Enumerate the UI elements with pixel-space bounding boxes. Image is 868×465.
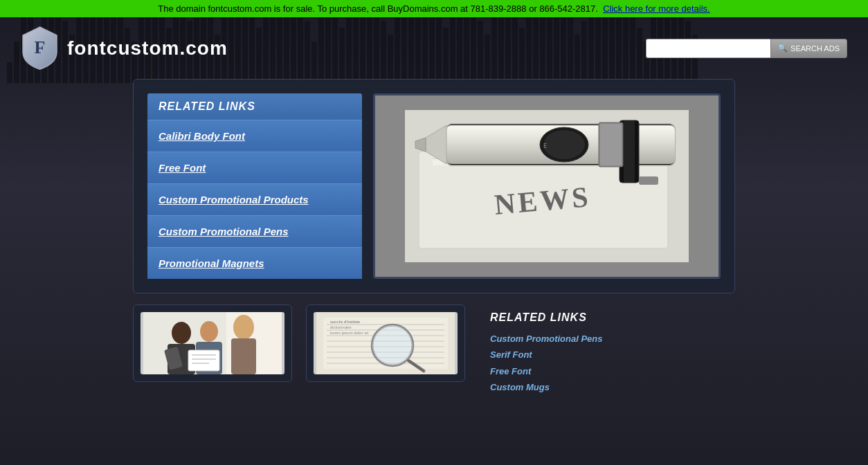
link-custom-promotional-products[interactable]: Custom Promotional Products [147,183,362,215]
top-banner: The domain fontcustom.com is for sale. T… [0,0,868,17]
svg-point-36 [233,315,254,340]
thumb-news-image: succès d'estime dictionnaire lorem ipsum… [314,312,458,374]
top-card: RELATED LINKS Calibri Body Font Free Fon… [133,79,735,293]
svg-rect-37 [231,338,256,374]
logo-area: F fontcustom.com [21,26,228,71]
thumb-card-news: succès d'estime dictionnaire lorem ipsum… [306,304,465,382]
news-svg: succès d'estime dictionnaire lorem ipsum… [314,312,458,374]
svg-rect-28 [639,176,658,185]
svg-rect-38 [188,350,219,371]
side-links-area: RELATED LINKS Custom Promotional Pens Se… [479,304,735,403]
search-input[interactable] [646,39,770,58]
side-link-free-font[interactable]: Free Font [490,363,724,379]
svg-point-31 [172,322,191,344]
logo-shield-icon: F [21,26,59,71]
link-custom-promotional-pens[interactable]: Custom Promotional Pens [147,215,362,247]
link-calibri-body-font[interactable]: Calibri Body Font [147,120,362,152]
pen-news-image: NEWS 10 1210 110 [375,110,718,262]
svg-text:F: F [35,37,46,57]
side-link-custom-promotional-pens[interactable]: Custom Promotional Pens [490,331,724,347]
search-icon: 🔍 [778,44,788,53]
svg-point-24 [543,130,585,159]
bottom-row: succès d'estime dictionnaire lorem ipsum… [133,304,735,403]
thumb-people-image [141,312,284,374]
search-area: 🔍 SEARCH ADS [646,39,847,58]
svg-point-34 [200,321,218,342]
thumb-card-people [133,304,292,382]
site-title: fontcustom.com [67,37,228,60]
search-btn-label: SEARCH ADS [790,44,840,53]
link-promotional-magnets[interactable]: Promotional Magnets [147,247,362,279]
banner-link[interactable]: Click here for more details. [603,3,710,14]
main-content: RELATED LINKS Calibri Body Font Free Fon… [0,79,868,403]
related-links-header: RELATED LINKS [147,93,362,120]
svg-text:succès d'estime: succès d'estime [330,319,360,325]
link-free-font[interactable]: Free Font [147,152,362,183]
svg-text:dictionnaire: dictionnaire [330,325,352,329]
top-card-inner: RELATED LINKS Calibri Body Font Free Fon… [147,93,721,279]
svg-rect-22 [600,124,622,165]
side-link-serif-font[interactable]: Serif Font [490,347,724,363]
svg-text:lorem ipsum dolor sit: lorem ipsum dolor sit [330,331,369,335]
side-link-custom-mugs[interactable]: Custom Mugs [490,379,724,395]
banner-text: The domain fontcustom.com is for sale. T… [158,3,598,14]
svg-rect-20 [624,120,635,183]
side-links-title: RELATED LINKS [490,311,724,324]
header: F fontcustom.com 🔍 SEARCH ADS [0,17,868,79]
featured-image: NEWS 10 1210 110 [373,93,721,279]
people-svg [141,312,284,374]
svg-text:E: E [543,143,547,149]
related-links-panel: RELATED LINKS Calibri Body Font Free Fon… [147,93,362,279]
search-button[interactable]: 🔍 SEARCH ADS [770,39,847,58]
